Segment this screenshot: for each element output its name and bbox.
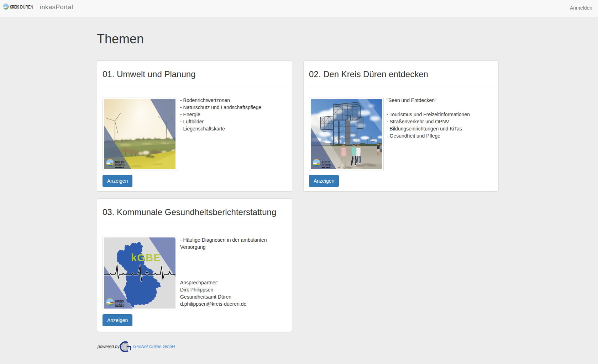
svg-text:DÜREN: DÜREN	[115, 163, 125, 167]
svg-text:DÜREN: DÜREN	[322, 163, 331, 167]
svg-text:DÜREN: DÜREN	[115, 303, 125, 306]
svg-text:DÜREN: DÜREN	[20, 4, 33, 10]
svg-text:KREIS: KREIS	[10, 4, 20, 10]
svg-text:kGBE: kGBE	[131, 252, 161, 263]
